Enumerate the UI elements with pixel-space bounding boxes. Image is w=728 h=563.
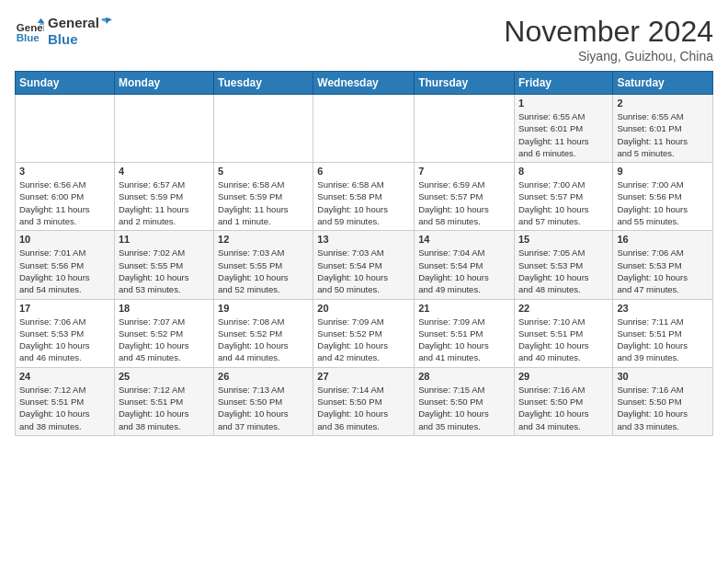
day-number: 15 [518,234,609,245]
logo-icon: General Blue [15,17,44,46]
day-number: 9 [617,166,709,177]
weekday-header-thursday: Thursday [415,72,515,95]
day-info: Sunrise: 7:07 AM Sunset: 5:52 PM Dayligh… [119,316,210,364]
day-info: Sunrise: 7:00 AM Sunset: 5:57 PM Dayligh… [518,178,609,227]
day-info: Sunrise: 7:16 AM Sunset: 5:50 PM Dayligh… [518,384,609,432]
day-number: 18 [119,303,210,314]
weekday-header-sunday: Sunday [16,72,115,95]
day-info: Sunrise: 7:03 AM Sunset: 5:54 PM Dayligh… [317,247,410,295]
calendar-cell: 6Sunrise: 6:58 AM Sunset: 5:58 PM Daylig… [313,163,415,231]
day-info: Sunrise: 7:16 AM Sunset: 5:50 PM Dayligh… [617,384,709,432]
calendar-cell [114,95,213,163]
day-info: Sunrise: 6:56 AM Sunset: 6:00 PM Dayligh… [19,178,110,227]
calendar-cell: 25Sunrise: 7:12 AM Sunset: 5:51 PM Dayli… [114,367,213,435]
day-info: Sunrise: 7:15 AM Sunset: 5:50 PM Dayligh… [418,384,510,432]
location: Siyang, Guizhou, China [504,49,713,63]
day-number: 4 [119,166,210,177]
weekday-header-monday: Monday [114,72,213,95]
header: General Blue General Blue November 2024 … [15,15,713,63]
day-number: 11 [119,234,210,245]
day-number: 22 [518,303,609,314]
day-number: 25 [119,371,210,382]
day-number: 23 [617,303,709,314]
page: General Blue General Blue November 2024 … [0,0,728,451]
calendar-cell [16,95,115,163]
calendar-cell: 19Sunrise: 7:08 AM Sunset: 5:52 PM Dayli… [214,299,313,367]
week-row-4: 17Sunrise: 7:06 AM Sunset: 5:53 PM Dayli… [16,299,713,367]
day-info: Sunrise: 6:59 AM Sunset: 5:57 PM Dayligh… [418,178,510,227]
weekday-header-tuesday: Tuesday [214,72,313,95]
week-row-5: 24Sunrise: 7:12 AM Sunset: 5:51 PM Dayli… [16,367,713,435]
day-number: 20 [317,303,410,314]
logo: General Blue General Blue [15,15,114,48]
day-number: 21 [418,303,510,314]
day-number: 10 [19,234,110,245]
calendar-cell [214,95,313,163]
calendar-cell: 16Sunrise: 7:06 AM Sunset: 5:53 PM Dayli… [613,231,713,299]
day-number: 24 [19,371,110,382]
day-number: 12 [218,234,309,245]
day-info: Sunrise: 7:09 AM Sunset: 5:52 PM Dayligh… [317,316,410,364]
calendar-cell: 12Sunrise: 7:03 AM Sunset: 5:55 PM Dayli… [214,231,313,299]
calendar-cell: 1Sunrise: 6:55 AM Sunset: 6:01 PM Daylig… [514,95,612,163]
calendar-table: SundayMondayTuesdayWednesdayThursdayFrid… [15,71,713,436]
calendar-cell: 9Sunrise: 7:00 AM Sunset: 5:56 PM Daylig… [613,163,713,231]
calendar-cell: 8Sunrise: 7:00 AM Sunset: 5:57 PM Daylig… [514,163,612,231]
calendar-cell: 22Sunrise: 7:10 AM Sunset: 5:51 PM Dayli… [514,299,612,367]
day-number: 7 [418,166,510,177]
day-info: Sunrise: 7:06 AM Sunset: 5:53 PM Dayligh… [19,316,110,364]
day-info: Sunrise: 7:01 AM Sunset: 5:56 PM Dayligh… [19,247,110,295]
calendar-cell: 28Sunrise: 7:15 AM Sunset: 5:50 PM Dayli… [415,367,515,435]
weekday-header-friday: Friday [514,72,612,95]
day-info: Sunrise: 7:00 AM Sunset: 5:56 PM Dayligh… [617,178,709,227]
day-info: Sunrise: 6:55 AM Sunset: 6:01 PM Dayligh… [518,110,609,159]
day-info: Sunrise: 7:05 AM Sunset: 5:53 PM Dayligh… [518,247,609,295]
svg-text:Blue: Blue [17,32,40,43]
day-info: Sunrise: 7:14 AM Sunset: 5:50 PM Dayligh… [317,384,410,432]
day-number: 13 [317,234,410,245]
calendar-cell: 14Sunrise: 7:04 AM Sunset: 5:54 PM Dayli… [415,231,515,299]
day-number: 27 [317,371,410,382]
day-info: Sunrise: 7:10 AM Sunset: 5:51 PM Dayligh… [518,316,609,364]
calendar-cell: 2Sunrise: 6:55 AM Sunset: 6:01 PM Daylig… [613,95,713,163]
calendar-cell: 5Sunrise: 6:58 AM Sunset: 5:59 PM Daylig… [214,163,313,231]
day-info: Sunrise: 6:58 AM Sunset: 5:58 PM Dayligh… [317,178,410,227]
calendar-cell: 7Sunrise: 6:59 AM Sunset: 5:57 PM Daylig… [415,163,515,231]
day-number: 3 [19,166,110,177]
day-info: Sunrise: 7:08 AM Sunset: 5:52 PM Dayligh… [218,316,309,364]
calendar-cell: 15Sunrise: 7:05 AM Sunset: 5:53 PM Dayli… [514,231,612,299]
calendar-cell [313,95,415,163]
day-number: 19 [218,303,309,314]
logo-bird-icon [96,17,114,39]
week-row-2: 3Sunrise: 6:56 AM Sunset: 6:00 PM Daylig… [16,163,713,231]
weekday-header-wednesday: Wednesday [313,72,415,95]
week-row-1: 1Sunrise: 6:55 AM Sunset: 6:01 PM Daylig… [16,95,713,163]
day-info: Sunrise: 7:04 AM Sunset: 5:54 PM Dayligh… [418,247,510,295]
day-number: 6 [317,166,410,177]
calendar-cell: 4Sunrise: 6:57 AM Sunset: 5:59 PM Daylig… [114,163,213,231]
day-number: 5 [218,166,309,177]
weekday-header-saturday: Saturday [613,72,713,95]
day-number: 16 [617,234,709,245]
calendar-cell: 3Sunrise: 6:56 AM Sunset: 6:00 PM Daylig… [16,163,115,231]
day-info: Sunrise: 7:03 AM Sunset: 5:55 PM Dayligh… [218,247,309,295]
calendar-cell: 17Sunrise: 7:06 AM Sunset: 5:53 PM Dayli… [16,299,115,367]
calendar-cell: 26Sunrise: 7:13 AM Sunset: 5:50 PM Dayli… [214,367,313,435]
day-info: Sunrise: 7:11 AM Sunset: 5:51 PM Dayligh… [617,316,709,364]
calendar-cell: 30Sunrise: 7:16 AM Sunset: 5:50 PM Dayli… [613,367,713,435]
calendar-cell: 24Sunrise: 7:12 AM Sunset: 5:51 PM Dayli… [16,367,115,435]
day-number: 1 [518,98,609,109]
day-number: 2 [617,98,709,109]
day-info: Sunrise: 7:12 AM Sunset: 5:51 PM Dayligh… [19,384,110,432]
calendar-cell: 27Sunrise: 7:14 AM Sunset: 5:50 PM Dayli… [313,367,415,435]
day-info: Sunrise: 6:55 AM Sunset: 6:01 PM Dayligh… [617,110,709,159]
calendar-cell: 13Sunrise: 7:03 AM Sunset: 5:54 PM Dayli… [313,231,415,299]
day-info: Sunrise: 6:58 AM Sunset: 5:59 PM Dayligh… [218,178,309,227]
day-number: 29 [518,371,609,382]
logo-text-blue: Blue [48,31,99,48]
calendar-cell: 23Sunrise: 7:11 AM Sunset: 5:51 PM Dayli… [613,299,713,367]
calendar-cell: 21Sunrise: 7:09 AM Sunset: 5:51 PM Dayli… [415,299,515,367]
day-number: 14 [418,234,510,245]
title-block: November 2024 Siyang, Guizhou, China [504,15,713,63]
month-title: November 2024 [504,15,713,49]
